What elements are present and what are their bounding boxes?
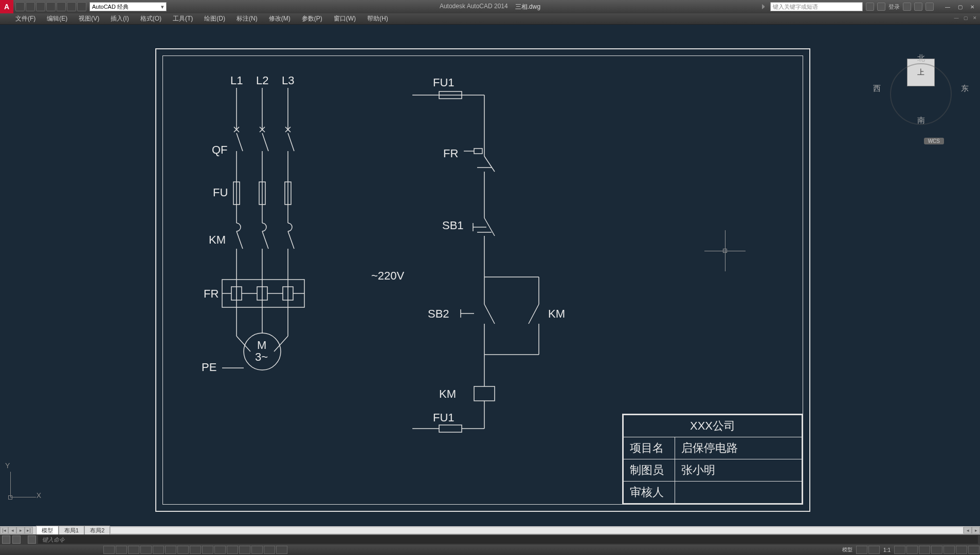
qp-toggle[interactable]	[239, 546, 250, 554]
status-lock-icon[interactable]	[931, 546, 942, 554]
viewcube-north[interactable]: 北	[882, 53, 959, 63]
doc-restore-icon[interactable]: ▢	[961, 14, 970, 22]
cmd-options-icon[interactable]	[12, 535, 21, 544]
grid-toggle[interactable]	[116, 546, 127, 554]
qat-print-icon[interactable]	[57, 2, 66, 11]
svg-text:KM: KM	[209, 233, 226, 246]
tab-next-icon[interactable]: ▸	[16, 527, 25, 534]
qat-open-icon[interactable]	[26, 2, 35, 11]
osnap-toggle[interactable]	[153, 546, 164, 554]
hscroll-track[interactable]	[110, 527, 964, 534]
signin-link[interactable]: 登录	[888, 3, 900, 11]
status-annoscale-icon[interactable]	[894, 546, 905, 554]
command-input[interactable]: 键入命令	[38, 535, 978, 544]
menu-edit[interactable]: 编辑(E)	[47, 14, 67, 23]
svg-line-46	[274, 336, 288, 351]
status-bar: 模型 1:1	[0, 545, 980, 555]
svg-text:SB2: SB2	[428, 307, 449, 320]
menu-tools[interactable]: 工具(T)	[173, 14, 193, 23]
svg-line-25	[288, 231, 294, 249]
hscroll-left-icon[interactable]: ◂	[964, 527, 972, 534]
menu-draw[interactable]: 绘图(D)	[204, 14, 225, 23]
svg-text:FU1: FU1	[433, 76, 455, 89]
lwt-toggle[interactable]	[214, 546, 226, 554]
cmd-close-icon[interactable]	[2, 535, 10, 544]
3dosnap-toggle[interactable]	[165, 546, 176, 554]
tb-reviewer-label: 审核人	[624, 482, 675, 504]
menu-view[interactable]: 视图(V)	[79, 14, 99, 23]
qat-saveas-icon[interactable]	[46, 2, 56, 11]
qat-new-icon[interactable]	[15, 2, 25, 11]
svg-text:L1: L1	[230, 74, 243, 87]
doc-close-icon[interactable]: ✕	[971, 14, 979, 22]
user-icon[interactable]	[877, 3, 885, 11]
cloud-icon[interactable]	[914, 3, 922, 11]
tpy-toggle[interactable]	[227, 546, 238, 554]
svg-text:QF: QF	[212, 143, 228, 156]
maximize-button[interactable]: ▢	[954, 2, 966, 11]
help-icon[interactable]	[925, 3, 934, 11]
qat-save-icon[interactable]	[36, 2, 45, 11]
search-arrow-icon[interactable]	[762, 4, 767, 9]
sc-toggle[interactable]	[251, 546, 263, 554]
workspace-dropdown[interactable]: AutoCAD 经典	[89, 2, 167, 11]
tab-prev-icon[interactable]: ◂	[8, 527, 16, 534]
exchange-icon[interactable]	[903, 3, 911, 11]
qat-undo-icon[interactable]	[67, 2, 76, 11]
menu-dimension[interactable]: 标注(N)	[237, 14, 258, 23]
app-icon[interactable]: A	[0, 0, 13, 13]
extra-toggle[interactable]	[276, 546, 287, 554]
status-annovis-icon[interactable]	[906, 546, 918, 554]
svg-text:FR: FR	[204, 287, 219, 300]
menu-parametric[interactable]: 参数(P)	[302, 14, 322, 23]
svg-text:FR: FR	[443, 147, 458, 160]
status-snap-icon[interactable]	[868, 546, 880, 554]
cmd-prompt-icon[interactable]	[28, 535, 36, 544]
ortho-toggle[interactable]	[128, 546, 139, 554]
svg-line-61	[484, 156, 495, 172]
menu-window[interactable]: 窗口(W)	[334, 14, 356, 23]
svg-text:M: M	[257, 339, 266, 351]
status-grid-icon[interactable]	[856, 546, 867, 554]
tab-first-icon[interactable]: |◂	[0, 527, 8, 534]
svg-text:FU: FU	[213, 186, 228, 199]
viewcube-west[interactable]: 西	[873, 84, 881, 94]
title-block: XXX公司 项目名启保停电路 制图员张小明 审核人	[622, 414, 803, 505]
polar-toggle[interactable]	[140, 546, 152, 554]
hscroll-right-icon[interactable]: ▸	[972, 527, 980, 534]
drawing-canvas[interactable]: L1L2L3 QF FU KM FR	[0, 25, 980, 528]
tab-layout2[interactable]: 布局2	[84, 526, 110, 535]
viewcube-south[interactable]: 南	[882, 116, 959, 125]
viewcube[interactable]: 北 南 西 东 上	[882, 55, 959, 133]
am-toggle[interactable]	[264, 546, 275, 554]
menu-insert[interactable]: 插入(I)	[111, 14, 129, 23]
file-name: 三相.dwg	[515, 3, 540, 11]
minimize-button[interactable]: —	[942, 2, 953, 11]
wcs-badge[interactable]: WCS	[924, 138, 944, 144]
menu-file[interactable]: 文件(F)	[15, 14, 35, 23]
status-hw-icon[interactable]	[943, 546, 955, 554]
snap-toggle[interactable]	[103, 546, 115, 554]
search-input[interactable]: 键入关键字或短语	[770, 2, 863, 11]
viewcube-east[interactable]: 东	[961, 84, 969, 94]
otrack-toggle[interactable]	[177, 546, 189, 554]
status-model[interactable]: 模型	[839, 546, 856, 553]
status-clean-icon[interactable]	[968, 546, 979, 554]
menu-help[interactable]: 帮助(H)	[367, 14, 388, 23]
qat-redo-icon[interactable]	[77, 2, 86, 11]
svg-line-7	[262, 133, 268, 151]
status-scale[interactable]: 1:1	[880, 547, 894, 553]
tab-layout1[interactable]: 布局1	[59, 526, 84, 535]
status-ws-icon[interactable]	[919, 546, 930, 554]
tab-last-icon[interactable]: ▸|	[25, 527, 33, 534]
tab-model[interactable]: 模型	[36, 526, 59, 535]
menu-format[interactable]: 格式(O)	[140, 14, 161, 23]
dyn-toggle[interactable]	[202, 546, 213, 554]
ducs-toggle[interactable]	[190, 546, 201, 554]
menu-modify[interactable]: 修改(M)	[269, 14, 291, 23]
status-isolate-icon[interactable]	[956, 546, 967, 554]
close-button[interactable]: ✕	[967, 2, 978, 11]
drafting-toggles	[103, 546, 288, 554]
doc-minimize-icon[interactable]: —	[952, 14, 960, 22]
search-icon[interactable]	[866, 3, 874, 11]
